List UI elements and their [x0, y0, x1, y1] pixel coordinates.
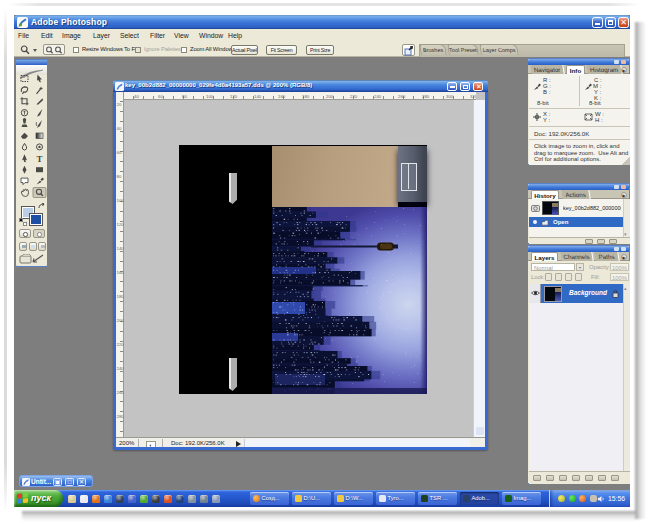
svg-text:40: 40: [134, 94, 139, 99]
svg-text:260: 260: [398, 94, 406, 99]
svg-text:320: 320: [470, 94, 476, 99]
svg-text:220: 220: [117, 342, 125, 347]
svg-text:280: 280: [422, 94, 430, 99]
svg-text:200: 200: [326, 94, 334, 99]
svg-text:220: 220: [350, 94, 358, 99]
svg-text:140: 140: [117, 246, 125, 251]
svg-text:140: 140: [254, 94, 262, 99]
svg-text:280: 280: [117, 414, 125, 419]
svg-text:20: 20: [117, 102, 122, 107]
svg-text:260: 260: [117, 390, 125, 395]
svg-text:240: 240: [117, 366, 125, 371]
svg-text:60: 60: [117, 150, 122, 155]
svg-text:80: 80: [117, 174, 122, 179]
svg-text:80: 80: [182, 94, 187, 99]
svg-text:200: 200: [117, 318, 125, 323]
svg-text:160: 160: [117, 270, 125, 275]
svg-text:180: 180: [117, 294, 125, 299]
svg-text:120: 120: [230, 94, 238, 99]
svg-text:300: 300: [446, 94, 454, 99]
svg-text:160: 160: [278, 94, 286, 99]
svg-text:180: 180: [302, 94, 310, 99]
svg-text:100: 100: [117, 198, 125, 203]
svg-text:120: 120: [117, 222, 125, 227]
svg-text:240: 240: [374, 94, 382, 99]
svg-text:60: 60: [158, 94, 163, 99]
svg-text:T: T: [36, 154, 42, 164]
svg-text:100: 100: [206, 94, 214, 99]
svg-text:40: 40: [117, 126, 122, 131]
